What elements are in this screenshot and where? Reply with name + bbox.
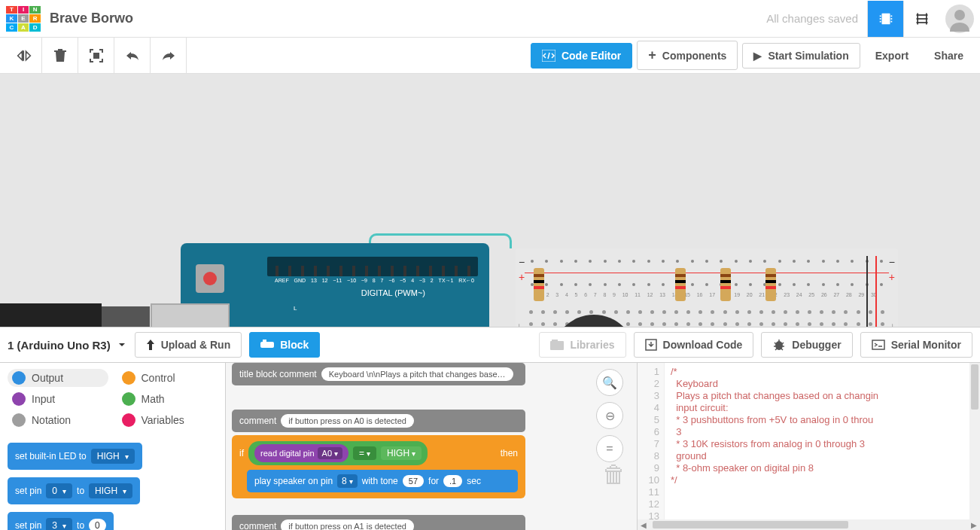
delete-button[interactable]: [42, 38, 78, 74]
svg-rect-11: [926, 13, 927, 24]
zoom-out-button[interactable]: ⊖: [596, 402, 623, 429]
svg-rect-3: [879, 20, 881, 22]
comment-block[interactable]: comment if button press on A1 is detecte…: [232, 515, 525, 530]
high-dropdown[interactable]: HIGH: [91, 449, 135, 464]
value-input[interactable]: 0: [89, 519, 106, 530]
vertical-scrollbar[interactable]: [969, 363, 980, 519]
tone-input[interactable]: 57: [403, 475, 424, 487]
category-list: Output Control Input Math Notation Varia…: [0, 363, 225, 435]
breadboard[interactable]: + + − − 12345678910111213141516171819202…: [516, 248, 898, 327]
equals-block[interactable]: read digital pin A0 = HIGH: [248, 441, 428, 465]
trash-icon[interactable]: 🗑: [602, 461, 626, 489]
if-block[interactable]: if read digital pin A0 = HIGH then play …: [232, 435, 525, 498]
pin-dropdown[interactable]: 0: [46, 483, 72, 498]
block-palette: Output Control Input Math Notation Varia…: [0, 363, 226, 530]
circuit-canvas[interactable]: AREFGND1312~11~10~987~6~54~32TX→1RX←0 DI…: [0, 74, 980, 327]
row-labels-left: jihgf: [519, 321, 522, 327]
tinkercad-logo[interactable]: TINKERCAD: [6, 6, 41, 32]
resistor[interactable]: [675, 268, 686, 301]
set-pin-value-block[interactable]: set pin 3 to 0: [8, 512, 114, 530]
svg-rect-15: [260, 342, 274, 348]
pin-dropdown[interactable]: 3: [46, 518, 72, 530]
category-variables[interactable]: Variables: [117, 411, 218, 429]
high-dropdown[interactable]: HIGH: [381, 446, 422, 460]
play-speaker-block[interactable]: play speaker on pin 8 with tone 57 for .…: [247, 470, 518, 492]
share-button[interactable]: Share: [924, 44, 974, 68]
value-dropdown[interactable]: HIGH: [89, 483, 132, 498]
power-rail-top[interactable]: [525, 254, 889, 291]
comment-input[interactable]: if button press on A1 is detected: [281, 519, 414, 530]
svg-rect-5: [890, 18, 892, 20]
code-panel: 12345678910111213 /* Keyboard Plays a pi…: [637, 363, 980, 530]
read-digital-block[interactable]: read digital pin A0: [254, 444, 348, 462]
device-dropdown[interactable]: 1 (Arduino Uno R3): [8, 339, 127, 352]
download-code-button[interactable]: Download Code: [634, 332, 754, 358]
pin-dropdown[interactable]: 8: [337, 474, 358, 488]
block-workspace[interactable]: 🔍 ⊖ = 🗑 title block comment Keyboard \n\…: [226, 363, 637, 530]
recenter-button[interactable]: =: [596, 435, 623, 462]
comment-block[interactable]: comment if button press on A0 is detecte…: [232, 410, 525, 432]
row-labels-right: jihgf: [892, 321, 895, 327]
app-header: TINKERCAD Brave Borwo All changes saved: [0, 0, 980, 38]
components-button[interactable]: +Components: [637, 41, 738, 70]
title-input[interactable]: Keyboard \n\nPlays a pitch that changes …: [321, 367, 513, 381]
palette-blocks: set built-in LED to HIGH set pin 0 to HI…: [0, 435, 225, 530]
category-control[interactable]: Control: [117, 369, 218, 387]
title-comment-block[interactable]: title block comment Keyboard \n\nPlays a…: [232, 363, 525, 385]
pin-labels: AREFGND1312~11~10~987~6~54~32TX→1RX←0: [275, 278, 474, 283]
undo-button[interactable]: [114, 38, 151, 74]
code-text[interactable]: /* Keyboard Plays a pitch that changes b…: [665, 363, 969, 519]
redo-button[interactable]: [151, 38, 187, 74]
comment-input[interactable]: if button press on A0 is detected: [281, 414, 414, 428]
line-gutter: 12345678910111213: [638, 363, 665, 519]
minus-icon: −: [889, 256, 895, 268]
project-name[interactable]: Brave Borwo: [50, 11, 766, 26]
svg-rect-18: [552, 340, 558, 342]
category-notation[interactable]: Notation: [8, 411, 108, 429]
user-avatar[interactable]: [945, 5, 974, 33]
usb-cable: [0, 303, 102, 327]
duration-input[interactable]: .1: [443, 475, 462, 487]
set-led-block[interactable]: set built-in LED to HIGH: [8, 443, 142, 470]
zoom-in-button[interactable]: 🔍: [596, 369, 623, 396]
svg-rect-21: [872, 340, 884, 349]
svg-rect-2: [879, 18, 881, 20]
svg-rect-10: [917, 13, 918, 24]
export-button[interactable]: Export: [865, 44, 919, 68]
wire-red[interactable]: [875, 256, 877, 327]
plus-icon: +: [889, 271, 895, 283]
upload-run-button[interactable]: Upload & Run: [135, 332, 242, 358]
svg-rect-13: [94, 53, 99, 58]
toolbar: Code Editor +Components ▶Start Simulatio…: [0, 38, 980, 74]
serial-monitor-button[interactable]: Serial Monitor: [860, 332, 972, 358]
debugger-button[interactable]: Debugger: [761, 332, 852, 358]
svg-rect-1: [879, 15, 881, 17]
code-editor-button[interactable]: Code Editor: [531, 43, 632, 69]
svg-rect-17: [550, 341, 564, 350]
usb-connector: [151, 303, 230, 327]
circuits-view-button[interactable]: [867, 1, 903, 37]
resistor[interactable]: [534, 268, 544, 301]
libraries-button[interactable]: Libraries: [539, 332, 625, 358]
pin-dropdown[interactable]: A0: [318, 447, 342, 459]
svg-rect-4: [890, 15, 892, 17]
start-simulation-button[interactable]: ▶Start Simulation: [742, 43, 860, 69]
wire-black[interactable]: [866, 256, 868, 327]
svg-rect-6: [890, 20, 892, 22]
resistor[interactable]: [765, 268, 776, 301]
set-pin-block[interactable]: set pin 0 to HIGH: [8, 477, 140, 504]
resistor[interactable]: [720, 268, 731, 301]
category-math[interactable]: Math: [117, 390, 218, 408]
reset-button-icon[interactable]: [196, 264, 224, 293]
horizontal-scrollbar[interactable]: ◀ ▶: [638, 519, 980, 530]
schematic-view-button[interactable]: [903, 1, 939, 37]
category-output[interactable]: Output: [8, 369, 108, 387]
digital-pwm-label: DIGITAL (PWM~): [361, 288, 425, 297]
operator-dropdown[interactable]: =: [353, 446, 376, 460]
mirror-button[interactable]: [6, 38, 42, 74]
digital-pin-header[interactable]: [267, 257, 478, 276]
block-mode-button[interactable]: Block: [249, 332, 320, 358]
plus-icon: +: [519, 271, 525, 283]
fit-view-button[interactable]: [78, 38, 114, 74]
category-input[interactable]: Input: [8, 390, 108, 408]
